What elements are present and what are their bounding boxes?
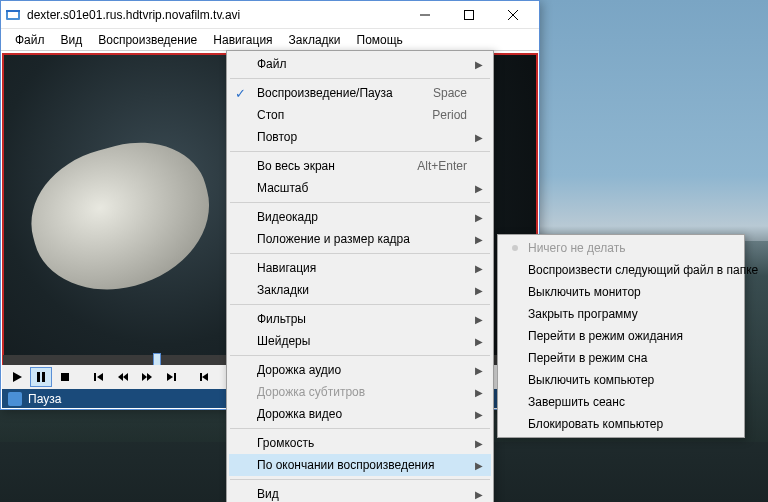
menu-item-label: Фильтры [257,312,306,326]
menu-item-label: Масштаб [257,181,308,195]
submenu-item[interactable]: Перейти в режим сна [500,347,742,369]
menu-shortcut: Period [412,108,467,122]
svg-rect-9 [42,372,45,382]
menu-item[interactable]: Во весь экранAlt+Enter [229,155,491,177]
close-button[interactable] [491,1,535,29]
window-title: dexter.s01e01.rus.hdtvrip.novafilm.tv.av… [27,8,403,22]
svg-rect-4 [465,10,474,19]
maximize-button[interactable] [447,1,491,29]
submenu-item[interactable]: Блокировать компьютер [500,413,742,435]
submenu-arrow-icon: ▶ [475,183,483,194]
svg-rect-1 [8,12,18,18]
submenu-item[interactable]: Перейти в режим ожидания [500,325,742,347]
svg-rect-18 [174,373,176,381]
step-back-button[interactable] [194,367,216,387]
submenu-arrow-icon: ▶ [475,285,483,296]
submenu-item[interactable]: Завершить сеанс [500,391,742,413]
menu-item[interactable]: СтопPeriod [229,104,491,126]
svg-marker-13 [118,373,123,381]
submenu-item[interactable]: Выключить компьютер [500,369,742,391]
menubar: Файл Вид Воспроизведение Навигация Закла… [1,29,539,51]
submenu-item-label: Выключить компьютер [528,373,654,387]
menu-item[interactable]: Вид▶ [229,483,491,502]
menu-item[interactable]: Повтор▶ [229,126,491,148]
svg-rect-8 [37,372,40,382]
status-icon [8,392,22,406]
svg-rect-2 [6,10,20,12]
submenu-item[interactable]: Закрыть программу [500,303,742,325]
svg-marker-17 [167,373,173,381]
menu-item-label: Во весь экран [257,159,335,173]
prev-button[interactable] [88,367,110,387]
app-icon [5,7,21,23]
submenu-arrow-icon: ▶ [475,234,483,245]
menu-item[interactable]: Дорожка аудио▶ [229,359,491,381]
menu-view[interactable]: Вид [53,30,91,50]
menu-item-label: Стоп [257,108,284,122]
submenu-item-label: Блокировать компьютер [528,417,663,431]
submenu-arrow-icon: ▶ [475,438,483,449]
menu-item[interactable]: По окончании воспроизведения▶ [229,454,491,476]
titlebar[interactable]: dexter.s01e01.rus.hdtvrip.novafilm.tv.av… [1,1,539,29]
submenu-arrow-icon: ▶ [475,132,483,143]
submenu-arrow-icon: ▶ [475,365,483,376]
svg-marker-7 [13,372,22,382]
menu-item[interactable]: Видеокадр▶ [229,206,491,228]
menu-item[interactable]: Закладки▶ [229,279,491,301]
svg-rect-20 [200,373,202,381]
video-content [16,126,226,308]
menu-navigation[interactable]: Навигация [205,30,280,50]
submenu-arrow-icon: ▶ [475,489,483,500]
menu-item[interactable]: Навигация▶ [229,257,491,279]
menu-item[interactable]: ✓Воспроизведение/ПаузаSpace [229,82,491,104]
menu-playback[interactable]: Воспроизведение [90,30,205,50]
menu-item[interactable]: Шейдеры▶ [229,330,491,352]
submenu-item[interactable]: Воспроизвести следующий файл в папке [500,259,742,281]
status-text: Пауза [28,392,61,406]
svg-marker-12 [97,373,103,381]
svg-marker-16 [147,373,152,381]
pause-button[interactable] [30,367,52,387]
submenu-item: Ничего не делать [500,237,742,259]
svg-marker-19 [202,373,208,381]
svg-marker-14 [123,373,128,381]
submenu-arrow-icon: ▶ [475,409,483,420]
submenu-arrow-icon: ▶ [475,336,483,347]
submenu-item-label: Выключить монитор [528,285,641,299]
rewind-button[interactable] [112,367,134,387]
submenu-arrow-icon: ▶ [475,59,483,70]
menu-item-label: Видеокадр [257,210,318,224]
stop-button[interactable] [54,367,76,387]
submenu-item-label: Ничего не делать [528,241,626,255]
menu-help[interactable]: Помощь [349,30,411,50]
svg-rect-11 [94,373,96,381]
play-button[interactable] [6,367,28,387]
menu-item[interactable]: Положение и размер кадра▶ [229,228,491,250]
menu-item[interactable]: Файл▶ [229,53,491,75]
menu-item[interactable]: Громкость▶ [229,432,491,454]
menu-item-label: Навигация [257,261,316,275]
afterplayback-submenu: Ничего не делатьВоспроизвести следующий … [497,234,745,438]
menu-item-label: Дорожка аудио [257,363,341,377]
forward-button[interactable] [136,367,158,387]
menu-item-label: Закладки [257,283,309,297]
menu-item-label: Шейдеры [257,334,310,348]
submenu-item[interactable]: Выключить монитор [500,281,742,303]
menu-item-label: Файл [257,57,287,71]
menu-item-label: Положение и размер кадра [257,232,410,246]
svg-rect-10 [61,373,69,381]
minimize-button[interactable] [403,1,447,29]
menu-item-label: Дорожка видео [257,407,342,421]
menu-bookmarks[interactable]: Закладки [281,30,349,50]
menu-file[interactable]: Файл [7,30,53,50]
submenu-arrow-icon: ▶ [475,460,483,471]
next-button[interactable] [160,367,182,387]
menu-item[interactable]: Дорожка видео▶ [229,403,491,425]
menu-item[interactable]: Фильтры▶ [229,308,491,330]
window-controls [403,1,535,29]
menu-item[interactable]: Масштаб▶ [229,177,491,199]
submenu-item-label: Завершить сеанс [528,395,625,409]
menu-item-label: По окончании воспроизведения [257,458,434,472]
submenu-arrow-icon: ▶ [475,387,483,398]
bullet-icon [512,245,518,251]
